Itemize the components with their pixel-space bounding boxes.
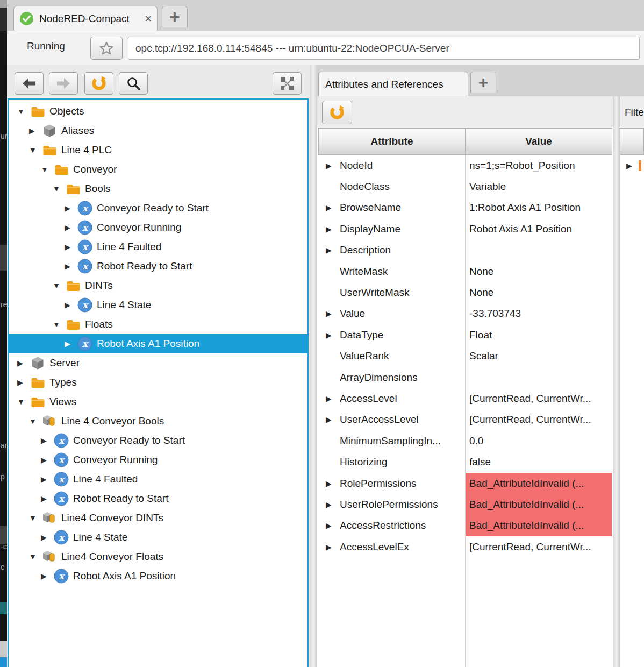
tree-item[interactable]: ▼Line4 Conveyor DINTs bbox=[9, 508, 307, 528]
tab-title: NodeRED-Compact bbox=[39, 13, 145, 25]
tree-item[interactable]: ▶xConveyor Running bbox=[9, 218, 307, 237]
tree-item[interactable]: ▼Floats bbox=[9, 315, 307, 334]
expand-icon[interactable]: ▶ bbox=[326, 246, 340, 254]
expand-icon[interactable]: ▶ bbox=[326, 203, 340, 212]
search-button[interactable] bbox=[119, 72, 148, 95]
expand-icon[interactable]: ▶ bbox=[41, 572, 54, 580]
collapse-icon[interactable]: ▼ bbox=[53, 281, 66, 290]
references-row[interactable]: ▶ bbox=[620, 155, 644, 176]
expand-icon[interactable]: ▶ bbox=[65, 339, 77, 348]
variable-icon: x bbox=[77, 259, 92, 274]
tree-item[interactable]: ▶xRobot Axis A1 Position bbox=[9, 566, 307, 586]
column-header-value[interactable]: Value bbox=[465, 128, 612, 155]
tree-item[interactable]: ▶xLine 4 Faulted bbox=[9, 237, 307, 257]
attribute-value: -33.703743 bbox=[466, 303, 612, 324]
collapse-icon[interactable]: ▼ bbox=[53, 185, 66, 193]
tree-item-label: Line 4 Faulted bbox=[73, 473, 138, 485]
tree-item-label: Conveyor bbox=[73, 164, 117, 175]
server-address-input[interactable]: opc.tcp://192.168.0.114:54845 --- urn:ub… bbox=[128, 37, 640, 60]
expand-icon[interactable]: ▶ bbox=[41, 533, 54, 542]
attribute-name-cell: ▶RolePermissions bbox=[318, 473, 466, 494]
collapse-icon[interactable]: ▼ bbox=[29, 417, 42, 425]
collapse-icon[interactable]: ▼ bbox=[17, 398, 30, 406]
tree-item[interactable]: ▼Conveyor bbox=[9, 160, 307, 179]
expand-icon[interactable]: ▶ bbox=[41, 456, 54, 464]
tree-item-label: Line 4 State bbox=[73, 531, 127, 543]
expand-icon[interactable]: ▶ bbox=[29, 126, 42, 135]
tree-item[interactable]: ▶Types bbox=[9, 373, 307, 392]
expand-icon[interactable]: ▶ bbox=[65, 204, 77, 212]
tree-item[interactable]: ▼Line 4 PLC bbox=[9, 140, 307, 160]
new-document-tab-button[interactable]: + bbox=[470, 72, 496, 93]
expand-icon[interactable]: ▶ bbox=[65, 243, 77, 251]
collapse-icon[interactable]: ▼ bbox=[29, 552, 42, 561]
expand-icon[interactable]: ▶ bbox=[17, 378, 30, 387]
expand-icon[interactable]: ▶ bbox=[326, 500, 340, 509]
tree-splitter[interactable] bbox=[310, 65, 317, 667]
forward-button[interactable] bbox=[49, 72, 78, 95]
tree-item[interactable]: ▼Bools bbox=[9, 179, 307, 198]
refresh-button[interactable] bbox=[84, 72, 113, 95]
tree-item[interactable]: ▶xLine 4 State bbox=[9, 528, 307, 547]
expand-icon[interactable]: ▶ bbox=[17, 359, 30, 367]
attribute-name-cell: ▶Value bbox=[318, 303, 466, 324]
expand-icon[interactable]: ▶ bbox=[65, 223, 77, 232]
tree-item[interactable]: ▶Server bbox=[9, 353, 307, 373]
expand-icon[interactable]: ▶ bbox=[41, 436, 54, 445]
expand-icon[interactable]: ▶ bbox=[326, 225, 340, 233]
tree-item[interactable]: ▼Views bbox=[9, 392, 307, 411]
expand-icon[interactable]: ▶ bbox=[326, 543, 340, 551]
node-graph-button[interactable] bbox=[273, 72, 302, 95]
folder-icon bbox=[54, 162, 69, 177]
collapse-icon[interactable]: ▼ bbox=[41, 165, 54, 174]
cube-icon bbox=[30, 356, 45, 371]
expand-icon[interactable]: ▶ bbox=[326, 309, 340, 318]
expand-icon[interactable]: ▶ bbox=[41, 475, 54, 484]
attribute-value: None bbox=[466, 261, 612, 282]
expand-icon[interactable]: ▶ bbox=[620, 161, 632, 170]
back-button[interactable] bbox=[15, 72, 44, 95]
attribute-name: BrowseName bbox=[340, 202, 401, 214]
expand-icon[interactable]: ▶ bbox=[326, 161, 340, 170]
expand-icon[interactable]: ▶ bbox=[326, 394, 340, 403]
tab-attributes-and-references[interactable]: Attributes and References bbox=[318, 72, 468, 96]
tree-item[interactable]: ▶xConveyor Running bbox=[9, 450, 307, 470]
expand-icon[interactable]: ▶ bbox=[326, 415, 340, 424]
tree-item[interactable]: ▼Line 4 Conveyor Bools bbox=[9, 411, 307, 431]
favorite-button[interactable] bbox=[90, 37, 123, 60]
collapse-icon[interactable]: ▼ bbox=[53, 320, 66, 329]
tree-item-label: Server bbox=[49, 357, 80, 369]
references-splitter[interactable] bbox=[613, 96, 620, 667]
expand-icon[interactable]: ▶ bbox=[65, 301, 77, 309]
tree-item[interactable]: ▶xConveyor Ready to Start bbox=[9, 431, 307, 450]
collapse-icon[interactable]: ▼ bbox=[17, 107, 30, 116]
background-text-fragment: ur bbox=[1, 132, 7, 140]
expand-icon[interactable]: ▶ bbox=[41, 494, 54, 503]
close-tab-icon[interactable]: × bbox=[145, 13, 152, 24]
collapse-icon[interactable]: ▼ bbox=[29, 146, 42, 154]
expand-icon[interactable]: ▶ bbox=[326, 521, 340, 530]
tree-item[interactable]: ▶xLine 4 State bbox=[9, 295, 307, 315]
collapse-icon[interactable]: ▼ bbox=[29, 514, 42, 522]
tree-item[interactable]: ▶xConveyor Ready to Start bbox=[9, 198, 307, 218]
column-header-attribute[interactable]: Attribute bbox=[318, 128, 466, 155]
tree-item[interactable]: ▶Aliases bbox=[9, 121, 307, 140]
background-strip-top bbox=[0, 0, 7, 8]
tree-item[interactable]: ▼DINTs bbox=[9, 276, 307, 295]
tab-nodered-compact[interactable]: NodeRED-Compact × bbox=[13, 6, 158, 31]
attributes-refresh-button[interactable] bbox=[322, 101, 352, 124]
tree-item[interactable]: ▼Line4 Conveyor Floats bbox=[9, 547, 307, 566]
new-tab-button[interactable]: + bbox=[162, 6, 188, 27]
attribute-name-cell: MinimumSamplingIn... bbox=[318, 430, 466, 451]
column-divider bbox=[465, 155, 466, 667]
expand-icon[interactable]: ▶ bbox=[326, 331, 340, 339]
tree-item[interactable]: ▶xRobot Axis A1 Position bbox=[9, 334, 307, 353]
expand-icon[interactable]: ▶ bbox=[65, 262, 77, 271]
tree-item[interactable]: ▶xRobot Ready to Start bbox=[9, 257, 307, 276]
expand-icon[interactable]: ▶ bbox=[326, 479, 340, 488]
tree-item[interactable]: ▶xLine 4 Faulted bbox=[9, 470, 307, 489]
refresh-icon bbox=[91, 75, 107, 91]
references-column-header[interactable] bbox=[620, 128, 644, 155]
tree-item[interactable]: ▼Objects bbox=[9, 102, 307, 121]
tree-item[interactable]: ▶xRobot Ready to Start bbox=[9, 489, 307, 508]
